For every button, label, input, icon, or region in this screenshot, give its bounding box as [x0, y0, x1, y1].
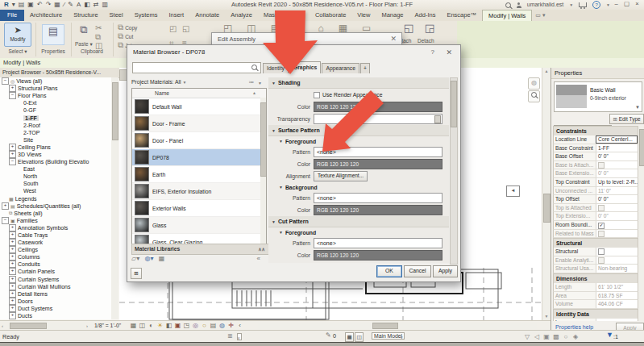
tab-view[interactable]: View	[351, 10, 376, 21]
graphics-section-foreground[interactable]: ▼Foreground	[268, 227, 449, 237]
exclude-options-icon[interactable]: ▩	[551, 331, 561, 343]
worksets-icon[interactable]: ≣	[227, 332, 233, 340]
tree-expander-icon[interactable]: +	[9, 312, 16, 319]
scrollbar-thumb[interactable]	[260, 102, 267, 177]
ribbon-display-toggle-icon[interactable]: ▭ ▾	[535, 10, 545, 21]
pattern-field[interactable]: <none>	[314, 147, 442, 157]
scrollbar-thumb[interactable]	[451, 81, 457, 127]
modify-tool-button[interactable]: ➤ Modify	[4, 23, 31, 47]
tree-expander-icon[interactable]: +	[9, 224, 16, 231]
tree-item-0-ext[interactable]: 0-Ext	[0, 99, 111, 106]
transparency-slider[interactable]	[314, 114, 442, 124]
tree-expander-icon[interactable]: −	[9, 158, 16, 165]
view-options-chevron-icon[interactable]: ▼	[258, 78, 262, 88]
tab-steel[interactable]: Steel	[104, 10, 129, 21]
tree-item-schedules-quantities-all[interactable]: +▤Schedules/Quantities (all)	[0, 202, 111, 210]
tree-item-doors[interactable]: +Doors	[0, 298, 111, 305]
minimize-button[interactable]: –	[611, 0, 621, 7]
tree-item-elevations-building-elevatio[interactable]: −Elevations (Building Elevatio	[0, 158, 111, 165]
property-group-identity-data[interactable]: Identity Data	[553, 309, 638, 319]
user-avatar-icon[interactable]	[517, 2, 521, 7]
tab-massing-site[interactable]: Massing & Site	[258, 10, 310, 21]
tree-expander-icon[interactable]: +	[9, 276, 16, 283]
view-options-icon[interactable]: ≔	[248, 77, 254, 87]
design-option-dropdown[interactable]: Main Model∨	[372, 332, 405, 340]
checkbox-icon[interactable]: ✓	[598, 223, 605, 229]
scrollbar-thumb[interactable]	[112, 82, 118, 140]
property-value[interactable]: Core Centerl...	[596, 135, 638, 144]
tree-expander-icon[interactable]: +	[9, 305, 16, 312]
property-value[interactable]: Up to level: 2-R...	[596, 178, 638, 186]
material-tab-identity[interactable]: Identity	[263, 63, 289, 73]
tab-enscape[interactable]: Enscape™	[441, 10, 482, 21]
tree-item-north[interactable]: North	[0, 173, 111, 180]
select-underlay-icon[interactable]: ○	[561, 331, 571, 343]
active-workset-dropdown[interactable]: ∨	[237, 333, 242, 340]
cope-icon[interactable]: ◰	[169, 24, 177, 33]
selection-filter-icon[interactable]: ▼	[606, 331, 613, 339]
close-button[interactable]: ×	[632, 0, 642, 7]
tree-item-2-roof[interactable]: 2-Roof	[0, 122, 111, 129]
design-options-icon[interactable]: ▣	[542, 331, 551, 343]
tree-item-structural-plans[interactable]: +Structural Plans	[0, 85, 111, 92]
property-value[interactable]: ✓	[596, 221, 638, 229]
property-group-constraints[interactable]: Constraints	[553, 126, 638, 135]
type-selector[interactable]: Basic Wall 0-9inch exterior ▼	[554, 81, 642, 112]
help-icon[interactable]: ?	[592, 1, 600, 9]
material-libraries-section[interactable]: Material Libraries ∧∧	[131, 244, 269, 255]
tree-item-curtain-panels[interactable]: +Curtain Panels	[0, 268, 111, 275]
material-tab-item[interactable]: +	[360, 63, 370, 73]
expand-section-icon[interactable]: ∧∧	[258, 244, 265, 254]
material-row-eifs-exterior-insulation[interactable]: EIFS, Exterior Insulation	[132, 183, 266, 200]
properties-scrollbar[interactable]	[639, 126, 644, 321]
tree-expander-icon[interactable]: +	[9, 85, 16, 92]
color-swatch[interactable]: RGB 120 120 120	[314, 250, 442, 261]
tab-modify-walls[interactable]: Modify | Walls	[482, 10, 532, 21]
cancel-button[interactable]: Cancel	[404, 265, 431, 277]
tab-annotate[interactable]: Annotate	[189, 10, 225, 21]
tree-item-detail-items[interactable]: +Detail Items	[0, 290, 111, 298]
properties-help-link[interactable]: Properties help	[555, 324, 593, 330]
edit-type-button[interactable]: ⊞ Edit Type	[609, 114, 644, 124]
design-options-icon[interactable]: ◫	[355, 332, 364, 342]
tree-item-3d-views[interactable]: +3D Views	[0, 151, 111, 158]
tree-item-curtain-wall-mullions[interactable]: +Curtain Wall Mullions	[0, 283, 111, 290]
tab-file[interactable]: File	[0, 10, 24, 21]
tree-expander-icon[interactable]: +	[2, 202, 9, 210]
tree-item-annotation-symbols[interactable]: +Annotation Symbols	[0, 224, 111, 231]
tree-expander-icon[interactable]: +	[9, 261, 16, 268]
detach-top-base-icon[interactable]: ◲	[422, 22, 437, 36]
tree-expander-icon[interactable]: +	[9, 144, 16, 151]
signed-in-user[interactable]: umarkhalid.est	[527, 2, 564, 7]
search-icon[interactable]	[505, 2, 511, 8]
dialog-help-icon[interactable]: ?	[431, 48, 434, 56]
attach-top-base-icon[interactable]: ◱	[401, 22, 416, 36]
tree-expander-icon[interactable]: +	[9, 283, 16, 290]
tree-expander-icon[interactable]: +	[9, 290, 16, 298]
tree-expander-icon[interactable]: +	[9, 298, 16, 305]
pattern-field[interactable]: <none>	[314, 193, 442, 203]
tree-item-ducts[interactable]: +Ducts	[0, 312, 111, 319]
property-value[interactable]	[596, 248, 638, 256]
edit-assembly-close-icon[interactable]: ✕	[390, 35, 397, 43]
tree-item-1-ff[interactable]: 1-FF	[0, 114, 111, 121]
graphics-pane-scrollbar[interactable]	[450, 77, 458, 265]
tree-expander-icon[interactable]: +	[9, 268, 16, 275]
tree-expander-icon[interactable]: +	[9, 239, 16, 246]
tree-item-2-top[interactable]: 2-TOP	[0, 129, 111, 136]
tab-architecture[interactable]: Architecture	[24, 10, 68, 21]
properties-palette-icon[interactable]: ▤	[42, 24, 64, 45]
material-tab-graphics[interactable]: Graphics	[289, 61, 321, 73]
tree-expander-icon[interactable]: +	[9, 151, 16, 158]
tree-expander-icon[interactable]: −	[9, 92, 16, 99]
tree-item-east[interactable]: East	[0, 165, 111, 173]
tab-structure[interactable]: Structure	[68, 10, 103, 21]
project-materials-header[interactable]: Project Materials: All ▼ ≔ ▼	[131, 77, 265, 87]
tab-insert[interactable]: Insert	[163, 10, 189, 21]
material-row-exterior-walls[interactable]: Exterior Walls	[132, 200, 266, 217]
dialog-close-icon[interactable]: ✕	[446, 48, 452, 56]
browser-hscrollbar[interactable]	[8, 323, 85, 329]
property-value[interactable]: 1-FF	[596, 144, 638, 152]
tree-item-west[interactable]: West	[0, 187, 111, 194]
property-value[interactable]: 0' 0"	[596, 152, 638, 160]
